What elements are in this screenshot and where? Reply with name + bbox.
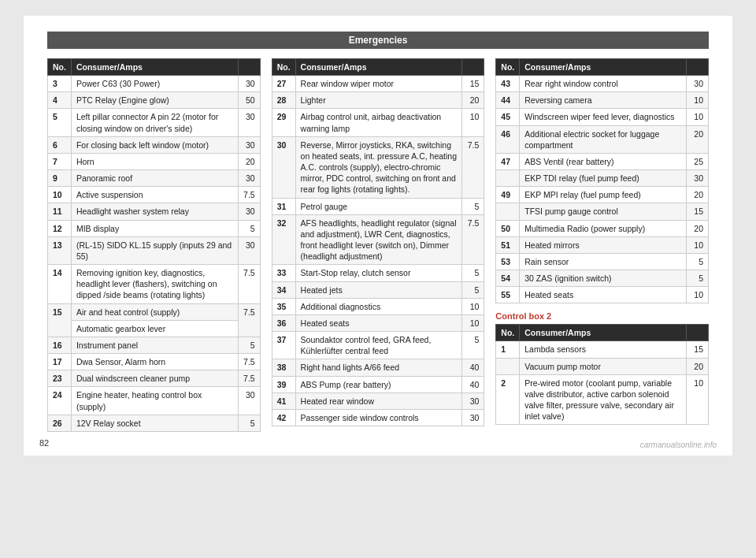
table-row-consumer: Removing ignition key, diagnostics, head… (71, 265, 238, 304)
col3: No. Consumer/Amps 43Rear right window co… (495, 58, 709, 425)
table-row-consumer: Right hand lights A/66 feed (295, 359, 462, 376)
table-row-consumer: Dual windscreen cleaner pump (71, 370, 238, 387)
page-number: 82 (39, 438, 49, 448)
table-row: 38Right hand lights A/66 feed40 (272, 359, 484, 376)
table-row: 4PTC Relay (Engine glow)50 (48, 92, 261, 109)
table-row-no: 12 (48, 220, 72, 236)
col1-header-no: No. (48, 59, 72, 76)
table-row-no: 28 (272, 92, 295, 109)
table-row-no: 47 (496, 153, 520, 169)
table-row-amps: 20 (462, 92, 484, 109)
table-row-consumer: Panoramic roof (71, 170, 238, 187)
table-row-amps: 20 (687, 358, 709, 374)
table-row: 16Instrument panel5 (48, 337, 261, 353)
table-row-no: 37 (272, 332, 295, 359)
table-row-consumer: For closing back left window (motor) (71, 136, 238, 153)
table-row-consumer: Additional electric socket for luggage c… (520, 125, 687, 153)
table-row-consumer: Additional diagnostics (295, 298, 462, 314)
table-row-consumer: (RL-15) SIDO KL.15 supply (inputs 29 and… (71, 236, 238, 264)
table-row-amps: 30 (238, 109, 260, 136)
table-row-consumer: Windscreen wiper feed lever, diagnostics (520, 109, 687, 125)
table-row-amps: 5 (462, 198, 484, 214)
col3-table: No. Consumer/Amps 43Rear right window co… (495, 58, 709, 303)
table-row-no: 29 (272, 109, 295, 136)
table-row: 6For closing back left window (motor)30 (48, 136, 261, 153)
table-row-no: 44 (496, 92, 520, 109)
table-row-no: 51 (496, 236, 520, 253)
table-row-consumer: Pre-wired motor (coolant pump, variable … (520, 374, 687, 425)
table-row-amps: 10 (687, 374, 709, 425)
table-row: 33Start-Stop relay, clutch sensor5 (272, 265, 484, 281)
table-row-amps: 5 (462, 265, 484, 281)
table-row-no (496, 170, 520, 187)
table-row-no: 38 (272, 359, 295, 376)
table-row: 13(RL-15) SIDO KL.15 supply (inputs 29 a… (48, 236, 261, 264)
table-row-no: 30 (272, 136, 295, 198)
table-row-no: 45 (496, 109, 520, 125)
table-row-no: 2 (496, 374, 520, 425)
table-row-amps: 5 (687, 270, 709, 287)
table-row: 39ABS Pump (rear battery)40 (272, 376, 484, 392)
table-row: 2612V Relay socket5 (48, 415, 261, 431)
table-row-amps: 40 (462, 359, 484, 376)
table-row: 23Dual windscreen cleaner pump7.5 (48, 370, 261, 387)
table-row-consumer: TFSI pump gauge control (520, 203, 687, 220)
table-row-amps: 40 (462, 376, 484, 392)
table-row-amps: 5 (462, 332, 484, 359)
table-row-consumer: Air and heat control (supply) (71, 303, 238, 320)
table-row-amps: 15 (687, 341, 709, 358)
table-row-no: 24 (48, 387, 72, 415)
table-row: 28Lighter20 (272, 92, 484, 109)
control-box2-title: Control box 2 (495, 311, 709, 321)
table-row: 45Windscreen wiper feed lever, diagnosti… (496, 109, 709, 125)
table-row: 41Heated rear window30 (272, 392, 484, 409)
table-row-no: 17 (48, 354, 72, 370)
cb2-header-amps (687, 325, 709, 341)
table-row-no: 39 (272, 376, 295, 392)
col2-header-amps (462, 59, 484, 76)
table-row-consumer: Heated jets (295, 281, 462, 298)
table-row-consumer: 30 ZAS (ignition switch) (520, 270, 687, 287)
tables-row: No. Consumer/Amps 3Power C63 (30 Power)3… (47, 58, 709, 432)
table-row-no: 26 (48, 415, 72, 431)
table-row-amps: 10 (462, 314, 484, 331)
table-row-no: 4 (48, 92, 72, 109)
table-row: 12MIB display5 (48, 220, 261, 236)
table-row-amps: 25 (687, 153, 709, 169)
table-row-amps: 10 (687, 287, 709, 303)
table-row: 1Lambda sensors15 (496, 341, 709, 358)
table-row: 9Panoramic roof30 (48, 170, 261, 187)
table-row-consumer: ABS Pump (rear battery) (295, 376, 462, 392)
table-row: 47ABS Ventil (rear battery)25 (496, 153, 709, 169)
table-row-amps: 10 (462, 298, 484, 314)
table-row-amps: 5 (238, 415, 260, 431)
table-row-consumer: PTC Relay (Engine glow) (71, 92, 238, 109)
table-row: 46Additional electric socket for luggage… (496, 125, 709, 153)
table-row: 29Airbag control unit, airbag deactivati… (272, 109, 484, 136)
table-row-no: 9 (48, 170, 72, 187)
table-row-consumer: EKP TDI relay (fuel pump feed) (520, 170, 687, 187)
table-row-consumer: Multimedia Radio (power supply) (520, 220, 687, 236)
table-row-consumer: Rear right window control (520, 76, 687, 92)
table-row-amps: 20 (687, 220, 709, 236)
table-row-no: 13 (48, 236, 72, 264)
table-row-no: 43 (496, 76, 520, 92)
table-row-no: 14 (48, 265, 72, 304)
table-row-amps: 15 (462, 76, 484, 92)
cb2-header-consumer: Consumer/Amps (520, 325, 687, 341)
table-row-consumer: Automatic gearbox lever (71, 320, 238, 337)
table-row-amps: 30 (238, 203, 260, 220)
table-row-no: 53 (496, 253, 520, 270)
table-row-no: 46 (496, 125, 520, 153)
watermark: carmanualsonline.info (640, 441, 717, 449)
table-row-amps: 50 (238, 92, 260, 109)
table-row: TFSI pump gauge control15 (496, 203, 709, 220)
table-row-no: 31 (272, 198, 295, 214)
table-row-consumer: Lighter (295, 92, 462, 109)
table-row-consumer: Active suspension (71, 187, 238, 203)
table-row-no: 42 (272, 409, 295, 426)
col2-table: No. Consumer/Amps 27Rear window wiper mo… (272, 58, 485, 426)
table-row-no: 11 (48, 203, 72, 220)
col3-header-consumer: Consumer/Amps (520, 59, 687, 76)
table-row-no: 7 (48, 153, 72, 169)
